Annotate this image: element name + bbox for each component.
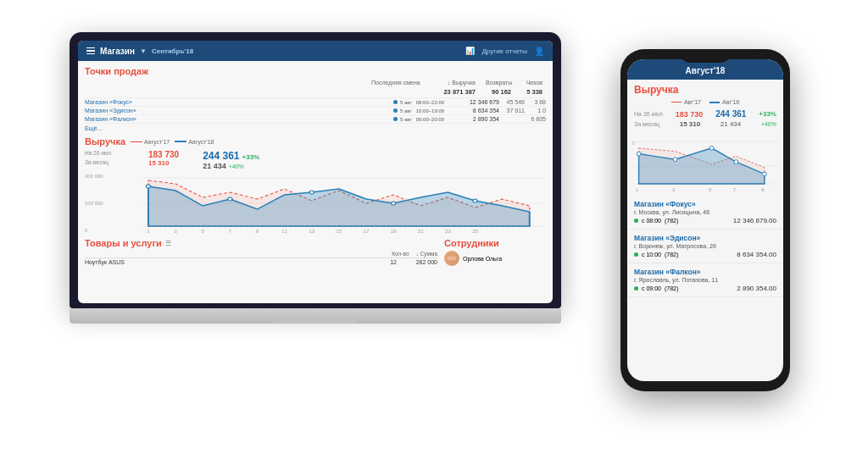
stores-section-title: Точки продаж xyxy=(85,66,546,76)
header-chevron-icon: ▼ xyxy=(140,47,147,55)
store-shift: 5 авг 08:00–22:00 xyxy=(393,100,461,105)
phone-chart-svg: 0 xyxy=(631,132,780,196)
legend-old: Август'17 xyxy=(131,139,170,145)
employees-title: Сотрудники xyxy=(444,238,499,248)
svg-point-4 xyxy=(228,197,232,201)
pct-date: +33% xyxy=(242,153,260,161)
pct-month: +40% xyxy=(229,163,244,169)
revenue-title: Выручка xyxy=(85,136,125,147)
laptop-frame: Магазин ▼ Сентябрь'18 📊 Другие отчеты 👤 xyxy=(70,32,561,308)
total-revenue: 23 871 387 xyxy=(443,88,476,96)
phone-stat-month-row: За месяц 15 310 21 434 +40% xyxy=(634,120,776,128)
phone-old-month: 15 310 xyxy=(680,120,700,128)
list-icon[interactable]: ☰ xyxy=(165,240,171,247)
reports-icon: 📊 xyxy=(465,47,475,55)
phone-store-name: Магазин «Фалкон» xyxy=(634,268,776,276)
phone-legend: Авг'17 Авг'18 xyxy=(627,97,783,107)
svg-text:9: 9 xyxy=(256,230,259,233)
store-phone: (782) xyxy=(665,252,678,257)
header-right: 📊 Другие отчеты 👤 xyxy=(465,47,544,56)
th-sum: ↓ Сумма xyxy=(416,251,437,257)
table-row[interactable]: Магазин «Фалкон» 5 авг 09:00–20:00 2 890… xyxy=(85,115,546,124)
goods-row[interactable]: Ноутбук ASUS 12 282 000 xyxy=(85,258,437,266)
svg-text:15: 15 xyxy=(336,230,342,233)
phone-store-info: с 08:00 (782) 12 346 679.00 xyxy=(634,217,776,224)
phone-store-name: Магазин «Эдисон» xyxy=(634,234,776,242)
phone-store-card[interactable]: Магазин «Фокус» г. Москва, ул. Лисицына,… xyxy=(627,196,783,230)
table-row[interactable]: Магазин «Фокус» 5 авг 08:00–22:00 12 346… xyxy=(85,98,546,107)
th-revenue: ↓ Выручка xyxy=(448,80,476,86)
phone-label-date: На 26 июл xyxy=(634,111,663,117)
phone-store-card[interactable]: Магазин «Фалкон» г. Ярославль, ул. Потап… xyxy=(627,263,783,297)
hamburger-icon[interactable] xyxy=(86,47,95,55)
employee-name: Орлова Ольга xyxy=(463,256,502,262)
goods-table-header: Кол-во ↓ Сумма xyxy=(85,251,437,258)
table-row[interactable]: Магазин «Эдисон» 5 авг 10:00–19:00 8 634… xyxy=(85,107,546,115)
svg-point-25 xyxy=(637,152,641,156)
stat-labels: На 26 июл За месяц xyxy=(85,150,131,170)
dashboard: Магазин ▼ Сентябрь'18 📊 Другие отчеты 👤 xyxy=(78,41,553,303)
new-month-value: 21 434 xyxy=(203,162,226,170)
phone-store-name: Магазин «Фокус» xyxy=(634,200,776,208)
goods-sum: 282 000 xyxy=(403,259,437,265)
svg-text:3: 3 xyxy=(174,230,177,233)
th-name xyxy=(85,251,385,257)
phone-store-card[interactable]: Магазин «Эдисон» г. Воронеж, ул. Матросо… xyxy=(627,230,783,263)
svg-text:23: 23 xyxy=(445,230,451,233)
phone-chart: 0 xyxy=(627,132,783,196)
dashboard-header: Магазин ▼ Сентябрь'18 📊 Другие отчеты 👤 xyxy=(78,41,553,61)
th-qty: Кол-во xyxy=(392,251,409,257)
store-phone: (782) xyxy=(665,218,678,224)
old-month-value: 15 310 xyxy=(148,159,179,167)
store-revenue: 2 890 354.00 xyxy=(737,285,776,292)
phone-legend-old-label: Авг'17 xyxy=(684,99,701,105)
other-reports-label[interactable]: Другие отчеты xyxy=(481,47,527,55)
phone-legend-old: Авг'17 xyxy=(671,99,701,105)
phone-stats: На 26 июл 183 730 244 361 +33% За месяц … xyxy=(627,107,783,132)
store-status-dot xyxy=(634,252,638,257)
revenue-stats: На 26 июл За месяц 183 730 15 310 244 3 xyxy=(85,150,546,170)
stores-table-header: Последняя смена ↓ Выручка Возвраты Чеков xyxy=(85,80,546,86)
svg-text:21: 21 xyxy=(418,230,424,233)
stat-old: 183 730 15 310 xyxy=(148,150,179,170)
phone-label-month: За месяц xyxy=(634,121,659,127)
svg-text:9: 9 xyxy=(761,188,764,193)
store-shift: 5 авг 09:00–20:00 xyxy=(393,117,461,122)
legend-old-label: Август'17 xyxy=(144,139,170,145)
more-link[interactable]: Ещё... xyxy=(85,125,546,131)
new-date-value: 244 361 xyxy=(203,150,239,162)
phone-dashboard: Август'18 Выручка Авг'17 xyxy=(627,59,783,381)
phone-store-addr: г. Воронеж, ул. Матросова, 26 xyxy=(634,243,776,249)
label-month: За месяц xyxy=(85,159,131,165)
employee-card[interactable]: ОО Орлова Ольга xyxy=(444,251,546,266)
laptop: Магазин ▼ Сентябрь'18 📊 Другие отчеты 👤 xyxy=(70,32,561,324)
svg-point-5 xyxy=(309,191,314,194)
y-label-mid: 100 000 xyxy=(85,201,108,206)
phone-revenue-section: Выручка Авг'17 Авг'18 xyxy=(627,80,783,196)
phone-legend-new: Авг'18 xyxy=(709,99,739,105)
store-shift: 5 авг 10:00–19:00 xyxy=(393,108,461,114)
svg-text:7: 7 xyxy=(229,230,232,233)
svg-point-26 xyxy=(673,158,677,162)
store-checks: 3 68 xyxy=(525,99,546,105)
chart-svg: 1 3 5 7 9 11 13 15 17 19 xyxy=(85,174,546,233)
store-checks: 1 0 xyxy=(525,108,546,114)
store-revenue: 2 890 354 xyxy=(461,116,499,122)
dashboard-main: Точки продаж Последняя смена ↓ Выручка В… xyxy=(78,61,553,271)
phone-notch xyxy=(680,49,731,63)
svg-text:1: 1 xyxy=(636,188,638,193)
y-label-top: 200 000 xyxy=(85,174,108,179)
phone-new-month: 21 434 xyxy=(721,120,741,128)
goods-name: Ноутбук ASUS xyxy=(85,259,373,265)
phone-old-date: 183 730 xyxy=(676,110,704,119)
th-returns: Возвраты xyxy=(486,80,511,86)
svg-text:13: 13 xyxy=(309,230,314,233)
store-returns: 45 546 xyxy=(499,99,525,105)
employee-avatar: ОО xyxy=(444,251,459,266)
header-period: Сентябрь'18 xyxy=(152,47,193,55)
y-axis-labels: 200 000 100 000 0 xyxy=(85,174,108,233)
legend-new-label: Август'18 xyxy=(188,139,214,145)
revenue-section: Выручка Август'17 Август'18 xyxy=(85,136,546,233)
svg-text:11: 11 xyxy=(281,230,287,233)
store-time: с 09:00 xyxy=(642,285,661,291)
